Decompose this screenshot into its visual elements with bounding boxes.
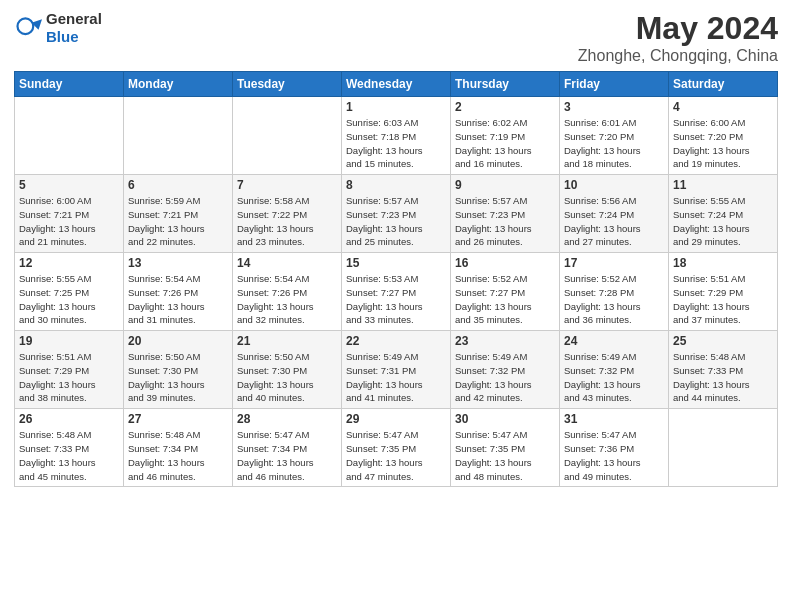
day-info: Sunrise: 5:48 AM Sunset: 7:34 PM Dayligh… — [128, 428, 228, 483]
day-header-tuesday: Tuesday — [233, 72, 342, 97]
day-number: 2 — [455, 100, 555, 114]
day-info: Sunrise: 5:51 AM Sunset: 7:29 PM Dayligh… — [673, 272, 773, 327]
calendar-cell: 4Sunrise: 6:00 AM Sunset: 7:20 PM Daylig… — [669, 97, 778, 175]
day-number: 30 — [455, 412, 555, 426]
calendar-cell: 13Sunrise: 5:54 AM Sunset: 7:26 PM Dayli… — [124, 253, 233, 331]
day-info: Sunrise: 5:57 AM Sunset: 7:23 PM Dayligh… — [455, 194, 555, 249]
day-info: Sunrise: 5:50 AM Sunset: 7:30 PM Dayligh… — [128, 350, 228, 405]
day-info: Sunrise: 5:55 AM Sunset: 7:25 PM Dayligh… — [19, 272, 119, 327]
logo-icon — [14, 14, 42, 42]
calendar-cell: 19Sunrise: 5:51 AM Sunset: 7:29 PM Dayli… — [15, 331, 124, 409]
day-info: Sunrise: 5:59 AM Sunset: 7:21 PM Dayligh… — [128, 194, 228, 249]
week-row-1: 5Sunrise: 6:00 AM Sunset: 7:21 PM Daylig… — [15, 175, 778, 253]
logo-general: General — [46, 10, 102, 27]
calendar-cell: 26Sunrise: 5:48 AM Sunset: 7:33 PM Dayli… — [15, 409, 124, 487]
calendar-cell: 3Sunrise: 6:01 AM Sunset: 7:20 PM Daylig… — [560, 97, 669, 175]
calendar-cell: 9Sunrise: 5:57 AM Sunset: 7:23 PM Daylig… — [451, 175, 560, 253]
day-info: Sunrise: 5:56 AM Sunset: 7:24 PM Dayligh… — [564, 194, 664, 249]
day-info: Sunrise: 5:47 AM Sunset: 7:35 PM Dayligh… — [346, 428, 446, 483]
title-block: May 2024 Zhonghe, Chongqing, China — [578, 10, 778, 65]
day-number: 4 — [673, 100, 773, 114]
day-info: Sunrise: 6:02 AM Sunset: 7:19 PM Dayligh… — [455, 116, 555, 171]
day-number: 12 — [19, 256, 119, 270]
day-header-saturday: Saturday — [669, 72, 778, 97]
day-header-sunday: Sunday — [15, 72, 124, 97]
day-info: Sunrise: 5:55 AM Sunset: 7:24 PM Dayligh… — [673, 194, 773, 249]
day-number: 20 — [128, 334, 228, 348]
day-number: 15 — [346, 256, 446, 270]
day-info: Sunrise: 6:00 AM Sunset: 7:21 PM Dayligh… — [19, 194, 119, 249]
calendar-cell: 5Sunrise: 6:00 AM Sunset: 7:21 PM Daylig… — [15, 175, 124, 253]
day-number: 29 — [346, 412, 446, 426]
day-info: Sunrise: 6:00 AM Sunset: 7:20 PM Dayligh… — [673, 116, 773, 171]
day-number: 5 — [19, 178, 119, 192]
day-number: 25 — [673, 334, 773, 348]
day-number: 6 — [128, 178, 228, 192]
calendar-cell: 30Sunrise: 5:47 AM Sunset: 7:35 PM Dayli… — [451, 409, 560, 487]
day-number: 31 — [564, 412, 664, 426]
week-row-3: 19Sunrise: 5:51 AM Sunset: 7:29 PM Dayli… — [15, 331, 778, 409]
calendar-cell: 7Sunrise: 5:58 AM Sunset: 7:22 PM Daylig… — [233, 175, 342, 253]
day-number: 19 — [19, 334, 119, 348]
week-row-0: 1Sunrise: 6:03 AM Sunset: 7:18 PM Daylig… — [15, 97, 778, 175]
day-info: Sunrise: 5:47 AM Sunset: 7:34 PM Dayligh… — [237, 428, 337, 483]
calendar-cell: 10Sunrise: 5:56 AM Sunset: 7:24 PM Dayli… — [560, 175, 669, 253]
page-container: General Blue May 2024 Zhonghe, Chongqing… — [0, 0, 792, 497]
logo-text: General Blue — [46, 10, 102, 46]
day-info: Sunrise: 5:49 AM Sunset: 7:31 PM Dayligh… — [346, 350, 446, 405]
calendar-cell — [233, 97, 342, 175]
day-info: Sunrise: 5:57 AM Sunset: 7:23 PM Dayligh… — [346, 194, 446, 249]
logo: General Blue — [14, 10, 102, 46]
subtitle: Zhonghe, Chongqing, China — [578, 47, 778, 65]
calendar-cell: 25Sunrise: 5:48 AM Sunset: 7:33 PM Dayli… — [669, 331, 778, 409]
calendar-cell: 16Sunrise: 5:52 AM Sunset: 7:27 PM Dayli… — [451, 253, 560, 331]
day-number: 17 — [564, 256, 664, 270]
calendar-cell: 22Sunrise: 5:49 AM Sunset: 7:31 PM Dayli… — [342, 331, 451, 409]
calendar-cell: 31Sunrise: 5:47 AM Sunset: 7:36 PM Dayli… — [560, 409, 669, 487]
day-info: Sunrise: 5:51 AM Sunset: 7:29 PM Dayligh… — [19, 350, 119, 405]
header: General Blue May 2024 Zhonghe, Chongqing… — [14, 10, 778, 65]
day-number: 13 — [128, 256, 228, 270]
day-number: 9 — [455, 178, 555, 192]
day-number: 1 — [346, 100, 446, 114]
calendar-cell: 15Sunrise: 5:53 AM Sunset: 7:27 PM Dayli… — [342, 253, 451, 331]
day-info: Sunrise: 5:58 AM Sunset: 7:22 PM Dayligh… — [237, 194, 337, 249]
day-number: 23 — [455, 334, 555, 348]
day-info: Sunrise: 6:01 AM Sunset: 7:20 PM Dayligh… — [564, 116, 664, 171]
day-info: Sunrise: 5:54 AM Sunset: 7:26 PM Dayligh… — [237, 272, 337, 327]
day-number: 16 — [455, 256, 555, 270]
calendar-cell: 17Sunrise: 5:52 AM Sunset: 7:28 PM Dayli… — [560, 253, 669, 331]
day-info: Sunrise: 5:47 AM Sunset: 7:36 PM Dayligh… — [564, 428, 664, 483]
logo-blue: Blue — [46, 28, 79, 45]
calendar-cell — [669, 409, 778, 487]
day-number: 18 — [673, 256, 773, 270]
day-header-monday: Monday — [124, 72, 233, 97]
calendar-cell: 1Sunrise: 6:03 AM Sunset: 7:18 PM Daylig… — [342, 97, 451, 175]
day-info: Sunrise: 5:52 AM Sunset: 7:27 PM Dayligh… — [455, 272, 555, 327]
calendar-cell: 2Sunrise: 6:02 AM Sunset: 7:19 PM Daylig… — [451, 97, 560, 175]
day-number: 14 — [237, 256, 337, 270]
day-number: 21 — [237, 334, 337, 348]
day-number: 26 — [19, 412, 119, 426]
calendar-cell: 24Sunrise: 5:49 AM Sunset: 7:32 PM Dayli… — [560, 331, 669, 409]
day-info: Sunrise: 5:52 AM Sunset: 7:28 PM Dayligh… — [564, 272, 664, 327]
week-row-2: 12Sunrise: 5:55 AM Sunset: 7:25 PM Dayli… — [15, 253, 778, 331]
day-number: 3 — [564, 100, 664, 114]
day-number: 22 — [346, 334, 446, 348]
day-info: Sunrise: 5:50 AM Sunset: 7:30 PM Dayligh… — [237, 350, 337, 405]
calendar-cell: 8Sunrise: 5:57 AM Sunset: 7:23 PM Daylig… — [342, 175, 451, 253]
calendar-cell: 20Sunrise: 5:50 AM Sunset: 7:30 PM Dayli… — [124, 331, 233, 409]
calendar-cell: 29Sunrise: 5:47 AM Sunset: 7:35 PM Dayli… — [342, 409, 451, 487]
calendar-cell: 27Sunrise: 5:48 AM Sunset: 7:34 PM Dayli… — [124, 409, 233, 487]
calendar-cell: 18Sunrise: 5:51 AM Sunset: 7:29 PM Dayli… — [669, 253, 778, 331]
day-number: 28 — [237, 412, 337, 426]
day-info: Sunrise: 5:54 AM Sunset: 7:26 PM Dayligh… — [128, 272, 228, 327]
calendar-cell: 28Sunrise: 5:47 AM Sunset: 7:34 PM Dayli… — [233, 409, 342, 487]
calendar-table: SundayMondayTuesdayWednesdayThursdayFrid… — [14, 71, 778, 487]
day-number: 27 — [128, 412, 228, 426]
calendar-cell: 12Sunrise: 5:55 AM Sunset: 7:25 PM Dayli… — [15, 253, 124, 331]
day-info: Sunrise: 5:47 AM Sunset: 7:35 PM Dayligh… — [455, 428, 555, 483]
day-number: 7 — [237, 178, 337, 192]
day-info: Sunrise: 5:53 AM Sunset: 7:27 PM Dayligh… — [346, 272, 446, 327]
day-info: Sunrise: 5:49 AM Sunset: 7:32 PM Dayligh… — [455, 350, 555, 405]
